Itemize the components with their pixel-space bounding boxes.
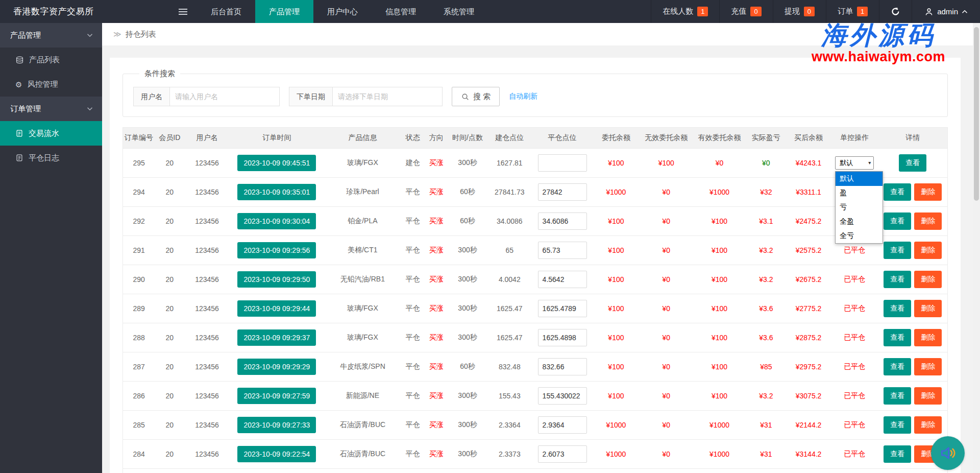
search-button[interactable]: 搜 索: [452, 87, 500, 106]
delete-button[interactable]: 删除: [914, 329, 942, 346]
sidebar-group-product-management[interactable]: 产品管理: [0, 23, 102, 48]
order-time-button[interactable]: 2023-10-09 09:29:56: [237, 242, 316, 258]
valid-entrust-balance: ¥0: [693, 148, 746, 177]
single-control-select[interactable]: 默认▾: [835, 156, 874, 170]
chevron-down-icon: [87, 33, 93, 37]
order-time: 2023-10-09 09:29:44: [230, 294, 325, 323]
control-option-lose[interactable]: 亏: [836, 200, 883, 215]
view-button[interactable]: 查看: [884, 387, 911, 405]
delete-button[interactable]: 删除: [914, 212, 942, 230]
view-button[interactable]: 查看: [884, 183, 911, 201]
scrollbar-thumb[interactable]: [974, 27, 979, 201]
order-time-button[interactable]: 2023-10-09 09:22:54: [237, 446, 316, 462]
delete-button[interactable]: 删除: [914, 416, 942, 434]
member-id: 20: [155, 206, 184, 235]
detail-cell: 查看: [878, 148, 947, 177]
refresh-button[interactable]: [879, 0, 912, 23]
search-legend: 条件搜索: [139, 69, 180, 79]
username: 123456: [184, 265, 229, 294]
admin-menu[interactable]: admin: [912, 0, 980, 23]
order-time-button[interactable]: 2023-10-09 09:27:59: [237, 388, 316, 404]
nav-item-dashboard[interactable]: 后台首页: [197, 0, 255, 23]
view-button[interactable]: 查看: [884, 445, 911, 463]
close-point-input[interactable]: [538, 242, 587, 259]
order-time-button[interactable]: 2023-10-09 09:29:37: [237, 329, 316, 346]
sidebar-item-risk-management[interactable]: ⚙风控管理: [0, 72, 102, 97]
view-button[interactable]: 查看: [884, 329, 911, 346]
close-point-input[interactable]: [538, 183, 587, 201]
closed-status: 已平仓: [844, 450, 865, 458]
order-time-button[interactable]: 2023-10-09 09:35:01: [237, 184, 316, 200]
order-time-button[interactable]: 2023-10-09 09:27:33: [237, 417, 316, 433]
direction: 买涨: [425, 468, 448, 473]
balance-after: ¥4243.1: [786, 148, 831, 177]
detail-cell: 查看删除: [878, 352, 947, 381]
delete-button[interactable]: 删除: [914, 271, 942, 288]
delete-button[interactable]: 删除: [914, 300, 942, 317]
chevron-down-icon: [87, 107, 93, 111]
sound-toggle-button[interactable]: [931, 436, 965, 470]
stat-online-users[interactable]: 在线人数1: [651, 0, 719, 23]
direction: 买涨: [425, 294, 448, 323]
delete-button[interactable]: 删除: [914, 183, 942, 201]
order-time-button[interactable]: 2023-10-09 09:29:50: [237, 271, 316, 288]
stat-recharge[interactable]: 充值0: [719, 0, 772, 23]
close-point-input[interactable]: [538, 300, 587, 317]
stat-orders[interactable]: 订单1: [826, 0, 879, 23]
close-point-input[interactable]: [538, 329, 587, 346]
username: 123456: [184, 148, 229, 177]
control-option-win[interactable]: 盈: [836, 186, 883, 200]
order-time-button[interactable]: 2023-10-09 09:29:29: [237, 359, 316, 375]
sidebar-item-product-list[interactable]: 产品列表: [0, 48, 102, 72]
view-button[interactable]: 查看: [884, 212, 911, 230]
close-point-input[interactable]: [538, 358, 587, 375]
order-date-input[interactable]: [333, 87, 443, 106]
control-option-default[interactable]: 默认: [836, 172, 883, 186]
view-button[interactable]: 查看: [884, 358, 911, 375]
close-point-input[interactable]: [538, 212, 587, 230]
delete-button[interactable]: 删除: [914, 242, 942, 259]
sidebar-item-close-log[interactable]: 平仓日志: [0, 146, 102, 170]
nav-item-info-management[interactable]: 信息管理: [372, 0, 430, 23]
view-button[interactable]: 查看: [884, 242, 911, 259]
menu-toggle-icon[interactable]: [168, 0, 197, 23]
order-time-button[interactable]: 2023-10-09 09:29:44: [237, 300, 316, 317]
brand: 香港数字资产交易所: [0, 0, 168, 23]
member-id: 20: [155, 177, 184, 206]
username-input[interactable]: [170, 87, 280, 106]
nav-item-system-management[interactable]: 系统管理: [430, 0, 488, 23]
order-time-button[interactable]: 2023-10-09 09:45:51: [237, 155, 316, 171]
close-point-input[interactable]: [538, 154, 587, 172]
nav-item-product-management[interactable]: 产品管理: [255, 0, 313, 23]
product-info: 珍珠/Pearl: [324, 177, 401, 206]
nav-item-user-center[interactable]: 用户中心: [313, 0, 372, 23]
order-no: 288: [123, 323, 155, 352]
auto-refresh-link[interactable]: 自动刷新: [509, 92, 537, 101]
control-cell: 已平仓: [831, 323, 878, 352]
view-button[interactable]: 查看: [899, 154, 926, 172]
view-button[interactable]: 查看: [884, 300, 911, 317]
view-button[interactable]: 查看: [884, 271, 911, 288]
open-point: 27841.73: [487, 177, 532, 206]
order-time: 2023-10-09 09:27:59: [230, 381, 325, 410]
close-point-input[interactable]: [538, 445, 587, 463]
column-header: 实际盈亏: [746, 128, 786, 148]
close-point-input[interactable]: [538, 387, 587, 405]
control-option-all-lose[interactable]: 全亏: [836, 229, 883, 243]
close-point-input[interactable]: [538, 271, 587, 288]
sidebar-item-trade-flow[interactable]: 交易流水: [0, 121, 102, 146]
delete-button[interactable]: 删除: [914, 358, 942, 375]
closed-status: 已平仓: [844, 304, 865, 312]
close-point-input[interactable]: [538, 416, 587, 434]
view-button[interactable]: 查看: [884, 416, 911, 434]
admin-username: admin: [937, 7, 958, 16]
control-cell: 已平仓: [831, 410, 878, 439]
control-option-all-win[interactable]: 全盈: [836, 215, 883, 229]
sidebar-group-order-management[interactable]: 订单管理: [0, 97, 102, 121]
delete-button[interactable]: 删除: [914, 387, 942, 405]
order-time-button[interactable]: 2023-10-09 09:30:04: [237, 213, 316, 229]
table-row: 286 20 123456 2023-10-09 09:27:59 新能源/NE…: [123, 381, 947, 410]
stat-withdraw[interactable]: 提现0: [773, 0, 826, 23]
actual-profit: ¥3.2: [746, 235, 786, 265]
table-row: 287 20 123456 2023-10-09 09:29:29 牛皮纸浆/S…: [123, 352, 947, 381]
